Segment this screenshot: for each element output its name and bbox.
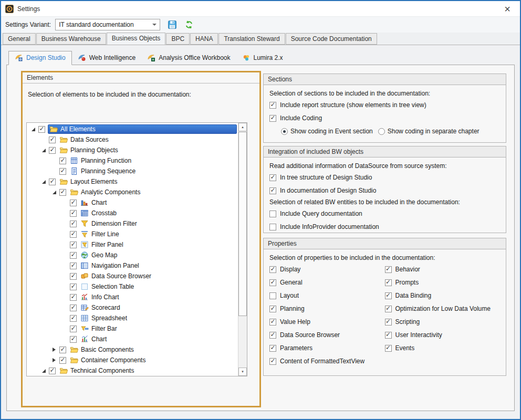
- checkbox[interactable]: [269, 279, 276, 286]
- checkbox[interactable]: [70, 210, 77, 217]
- tree-item-scorecard[interactable]: Scorecard: [27, 302, 238, 313]
- checkbox[interactable]: [49, 178, 56, 185]
- checkbox[interactable]: [385, 319, 392, 326]
- subtab-lumira-2-x[interactable]: Lumira 2.x: [236, 51, 289, 65]
- option-optimization-for-low-data-volume[interactable]: Optimization for Low Data Volume: [385, 305, 501, 312]
- checkbox[interactable]: [269, 174, 276, 181]
- tab-source-code-documentation[interactable]: Source Code Documentation: [286, 33, 377, 45]
- refresh-button[interactable]: [184, 20, 194, 29]
- scroll-down-button[interactable]: ▼: [238, 368, 247, 376]
- checkbox[interactable]: [70, 284, 77, 290]
- option-data-source-browser[interactable]: Data Source Browser: [269, 331, 385, 339]
- tree-item-planning-function[interactable]: Planning Function: [27, 155, 238, 166]
- checkbox[interactable]: [269, 332, 276, 339]
- option-in-tree-structure-of-design-studio[interactable]: In tree structure of Design Studio: [269, 174, 500, 181]
- tab-business-warehouse[interactable]: Business Warehouse: [36, 33, 106, 45]
- option-user-interactivity[interactable]: User Interactivity: [385, 331, 501, 339]
- option-parameters[interactable]: Parameters: [269, 344, 385, 352]
- tree-item-selection-table[interactable]: Selection Table: [27, 281, 238, 292]
- scroll-up-button[interactable]: ▲: [238, 123, 247, 131]
- save-button[interactable]: [168, 20, 177, 29]
- checkbox[interactable]: [70, 326, 77, 332]
- checkbox[interactable]: [70, 200, 77, 206]
- checkbox[interactable]: [70, 231, 77, 238]
- tree-item-chart[interactable]: Chart: [27, 334, 238, 344]
- tree-item-planning-objects[interactable]: Planning Objects: [27, 145, 238, 155]
- settings-variant-combobox[interactable]: IT standard documentation: [55, 19, 160, 30]
- checkbox[interactable]: [269, 187, 276, 194]
- checkbox[interactable]: [385, 292, 392, 299]
- tree-item-all-elements[interactable]: All Elements: [27, 124, 238, 134]
- option-display[interactable]: Display: [269, 266, 385, 273]
- tab-translation-steward[interactable]: Translation Steward: [218, 33, 285, 45]
- expander-expanded-icon[interactable]: [50, 191, 58, 194]
- checkbox[interactable]: [49, 368, 56, 374]
- checkbox[interactable]: [59, 357, 66, 364]
- option-content-of-formattedtextview[interactable]: Content of FormattedTextView: [269, 358, 385, 365]
- tree-item-chart[interactable]: Chart: [27, 197, 238, 208]
- tab-general[interactable]: General: [3, 33, 36, 45]
- subtab-design-studio[interactable]: Design Studio: [8, 51, 72, 65]
- radio-show-coding-in-event-section[interactable]: Show coding in Event section: [281, 128, 373, 135]
- tree-item-analytic-components[interactable]: Analytic Components: [27, 187, 238, 197]
- option-data-binding[interactable]: Data Binding: [385, 292, 501, 299]
- checkbox[interactable]: [70, 273, 77, 280]
- tree-scrollbar[interactable]: ▲ ▼: [238, 123, 247, 376]
- option-events[interactable]: Events: [385, 344, 501, 352]
- subtab-analysis-office-workbook[interactable]: Analysis Office Workbook: [141, 51, 236, 65]
- checkbox[interactable]: [269, 266, 276, 273]
- checkbox[interactable]: [70, 252, 77, 259]
- option-behavior[interactable]: Behavior: [385, 266, 501, 273]
- tree-item-data-sources[interactable]: Data Sources: [27, 134, 238, 145]
- checkbox[interactable]: [385, 332, 392, 339]
- checkbox[interactable]: [269, 115, 276, 122]
- option-prompts[interactable]: Prompts: [385, 279, 501, 286]
- tree-item-data-source-browser[interactable]: Data Source Browser: [27, 271, 238, 281]
- scrollbar-track[interactable]: [238, 131, 247, 368]
- checkbox[interactable]: [59, 168, 66, 175]
- expander-collapsed-icon[interactable]: [50, 358, 58, 362]
- checkbox[interactable]: [59, 346, 66, 353]
- checkbox[interactable]: [269, 306, 276, 312]
- tree-item-info-chart[interactable]: Info Chart: [27, 292, 238, 302]
- option-layout[interactable]: Layout: [269, 292, 385, 299]
- option-planning[interactable]: Planning: [269, 305, 385, 312]
- tree-item-filter-panel[interactable]: Filter Panel: [27, 239, 238, 250]
- checkbox[interactable]: [269, 358, 276, 365]
- option-general[interactable]: General: [269, 279, 385, 286]
- checkbox[interactable]: [269, 345, 276, 352]
- radio-button[interactable]: [281, 128, 288, 135]
- checkbox[interactable]: [269, 224, 276, 230]
- radio-show-coding-in-separate-chapter[interactable]: Show coding in separate chapter: [378, 128, 480, 135]
- tab-business-objects[interactable]: Business Objects: [107, 33, 166, 45]
- close-button[interactable]: ×: [499, 4, 516, 14]
- radio-button[interactable]: [378, 128, 385, 135]
- checkbox[interactable]: [385, 306, 392, 312]
- checkbox[interactable]: [59, 158, 66, 164]
- expander-expanded-icon[interactable]: [39, 180, 48, 184]
- expander-expanded-icon[interactable]: [29, 128, 37, 131]
- checkbox[interactable]: [385, 345, 392, 352]
- tree-item-planning-sequence[interactable]: Planning Sequence: [27, 166, 238, 176]
- expander-expanded-icon[interactable]: [39, 369, 48, 373]
- tree-item-container-components[interactable]: Container Components: [27, 355, 238, 365]
- checkbox[interactable]: [70, 315, 77, 322]
- checkbox[interactable]: [70, 242, 77, 248]
- tree-item-layout-elements[interactable]: Layout Elements: [27, 176, 238, 187]
- checkbox[interactable]: [269, 292, 276, 299]
- checkbox[interactable]: [385, 279, 392, 286]
- expander-expanded-icon[interactable]: [39, 149, 48, 152]
- option-scripting[interactable]: Scripting: [385, 318, 501, 326]
- checkbox[interactable]: [70, 220, 77, 227]
- tree-item-filter-line[interactable]: Filter Line: [27, 229, 238, 239]
- tree-item-filter-bar[interactable]: Filter Bar: [27, 323, 238, 334]
- tree-item-geo-map[interactable]: Geo Map: [27, 250, 238, 260]
- checkbox[interactable]: [49, 136, 56, 143]
- checkbox[interactable]: [385, 266, 392, 273]
- option-in-documentation-of-design-studio[interactable]: In documentation of Design Studio: [269, 187, 500, 194]
- checkbox[interactable]: [59, 189, 66, 196]
- checkbox[interactable]: [269, 211, 276, 217]
- tree-item-basic-components[interactable]: Basic Components: [27, 344, 238, 355]
- checkbox[interactable]: [49, 147, 56, 154]
- scrollbar-thumb[interactable]: [238, 132, 247, 316]
